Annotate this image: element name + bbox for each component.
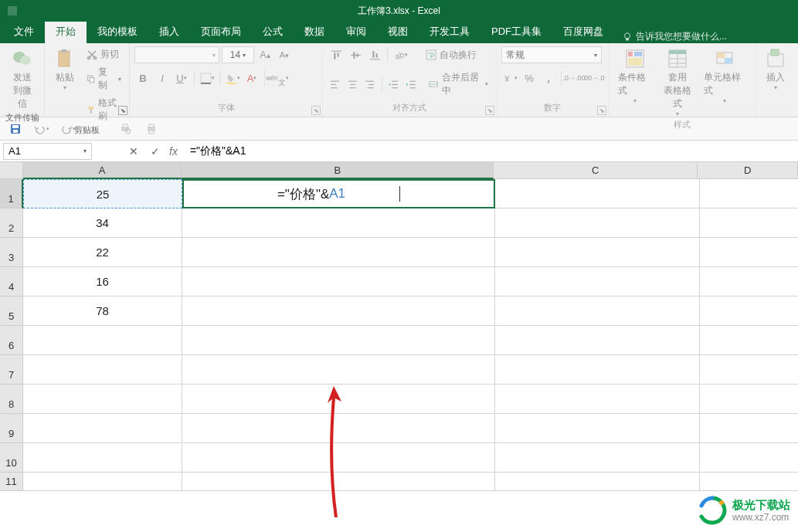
cell[interactable] [182, 267, 495, 296]
merge-center-button[interactable]: 合并后居中▾ [426, 69, 491, 99]
number-format-combo[interactable]: 常规▾ [501, 46, 602, 63]
cell[interactable] [700, 355, 798, 385]
cell[interactable] [495, 326, 700, 355]
tab-baidudisk[interactable]: 百度网盘 [552, 20, 614, 43]
align-top-button[interactable] [328, 46, 345, 63]
tab-review[interactable]: 审阅 [335, 20, 377, 43]
select-all-corner[interactable] [0, 162, 23, 179]
formula-input[interactable]: ="价格"&A1 [185, 143, 798, 160]
align-center-button[interactable] [345, 76, 361, 93]
cell[interactable]: 34 [23, 208, 182, 238]
row-header[interactable]: 7 [0, 355, 23, 385]
decrease-font-button[interactable]: A▾ [276, 46, 293, 63]
undo-button[interactable]: ▾ [32, 120, 51, 138]
send-to-wechat-button[interactable]: 发送 到微信 [5, 46, 39, 112]
font-dialog-launcher[interactable]: ⬊ [311, 106, 321, 115]
cell[interactable] [182, 326, 495, 355]
number-dialog-launcher[interactable]: ⬊ [597, 106, 606, 115]
fill-color-button[interactable]: ▾ [224, 69, 241, 86]
cell[interactable] [700, 473, 798, 491]
cell[interactable] [700, 238, 798, 267]
clipboard-dialog-launcher[interactable]: ⬊ [118, 106, 127, 115]
cell[interactable] [495, 267, 700, 296]
column-header-a[interactable]: A [23, 162, 182, 179]
column-header-c[interactable]: C [494, 162, 698, 179]
italic-button[interactable]: I [154, 69, 171, 86]
insert-cells-button[interactable]: 插入▾ [760, 46, 791, 93]
row-header[interactable]: 5 [0, 296, 23, 326]
increase-decimal-button[interactable]: .0→.00 [565, 69, 582, 86]
cell[interactable] [700, 296, 798, 326]
redo-button[interactable]: ▾ [59, 120, 77, 138]
decrease-indent-button[interactable] [386, 76, 402, 93]
cell[interactable] [23, 385, 182, 414]
cell[interactable] [495, 296, 700, 326]
underline-button[interactable]: U▾ [173, 69, 190, 86]
increase-font-button[interactable]: A▴ [256, 46, 273, 63]
phonetic-button[interactable]: wén文▾ [269, 69, 286, 86]
bold-button[interactable]: B [134, 69, 151, 86]
row-header[interactable]: 3 [0, 238, 23, 267]
tab-insert[interactable]: 插入 [148, 20, 190, 43]
name-box[interactable]: A1 ▾ [3, 143, 92, 160]
tab-pdftools[interactable]: PDF工具集 [480, 20, 552, 43]
row-header[interactable]: 6 [0, 326, 23, 355]
font-color-button[interactable]: A▾ [243, 69, 260, 86]
tell-me-search[interactable]: 告诉我您想要做什么... [622, 30, 727, 43]
row-header[interactable]: 8 [0, 385, 23, 414]
accept-formula-button[interactable]: ✓ [148, 144, 163, 159]
cell[interactable] [495, 208, 700, 238]
cell[interactable] [182, 296, 495, 326]
print-button[interactable] [142, 120, 161, 138]
cell[interactable] [495, 473, 700, 491]
accounting-format-button[interactable]: ¥▾ [501, 69, 518, 86]
cell[interactable]: 22 [23, 238, 182, 267]
row-header[interactable]: 2 [0, 208, 23, 238]
tab-view[interactable]: 视图 [377, 20, 419, 43]
print-preview-button[interactable] [116, 120, 134, 138]
decrease-decimal-button[interactable]: .00→.0 [585, 69, 602, 86]
cell[interactable] [495, 355, 700, 385]
cell[interactable] [700, 179, 798, 208]
cell[interactable] [495, 179, 700, 208]
copy-button[interactable]: 复制▾ [83, 64, 124, 93]
cell[interactable] [495, 443, 700, 473]
fx-icon[interactable]: fx [169, 145, 178, 158]
cell[interactable] [23, 414, 182, 443]
table-format-button[interactable]: 套用 表格格式▾ [656, 46, 698, 119]
tab-data[interactable]: 数据 [294, 20, 335, 43]
tab-home[interactable]: 开始 [45, 20, 87, 43]
cell[interactable]: 78 [23, 296, 182, 326]
wrap-text-button[interactable]: 自动换行 [423, 47, 480, 63]
row-header[interactable]: 9 [0, 414, 23, 443]
cell-b1[interactable]: ="价格"&A1 [182, 179, 495, 208]
cell[interactable] [700, 208, 798, 238]
comma-button[interactable]: , [540, 69, 557, 86]
row-header[interactable]: 1 [0, 179, 23, 208]
tab-pagelayout[interactable]: 页面布局 [190, 20, 252, 43]
cell[interactable] [700, 414, 798, 443]
border-button[interactable]: ▾ [199, 69, 216, 86]
tab-formulas[interactable]: 公式 [252, 20, 294, 43]
cell-a1[interactable]: 25 [23, 179, 182, 208]
align-bottom-button[interactable] [366, 46, 383, 63]
row-header[interactable]: 11 [0, 473, 23, 491]
row-header[interactable]: 4 [0, 267, 23, 296]
cell[interactable] [23, 473, 182, 491]
align-middle-button[interactable] [347, 46, 364, 63]
font-size-combo[interactable]: 14▾ [222, 46, 254, 63]
cell[interactable] [23, 326, 182, 355]
cell[interactable] [23, 443, 182, 473]
cell[interactable] [700, 326, 798, 355]
cancel-formula-button[interactable]: ✕ [126, 144, 141, 159]
cell[interactable]: 16 [23, 267, 182, 296]
tab-developer[interactable]: 开发工具 [419, 20, 480, 43]
paste-button[interactable]: 粘贴 ▾ [49, 46, 80, 93]
tab-file[interactable]: 文件 [3, 20, 45, 43]
cell[interactable] [495, 238, 700, 267]
cell[interactable] [182, 238, 495, 267]
row-header[interactable]: 10 [0, 443, 23, 473]
column-header-b[interactable]: B [182, 162, 494, 179]
align-right-button[interactable] [362, 76, 378, 93]
cell[interactable] [700, 385, 798, 414]
